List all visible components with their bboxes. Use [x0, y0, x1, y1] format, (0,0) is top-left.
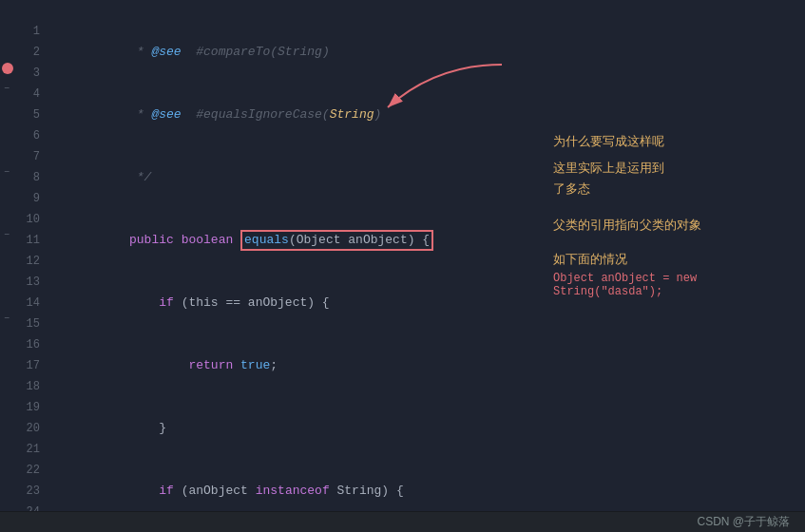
code-line: * @see #equalsIgnoreCase(String): [55, 84, 805, 146]
code-line: if (this == anObject) {: [55, 272, 805, 334]
line-numbers: 1 2 3 4 5 6 7 8 9 10 11 12 13 14 15 16 1…: [17, 0, 46, 532]
branding-label: CSDN @子于鲸落: [697, 514, 790, 530]
fold-marker[interactable]: −: [4, 84, 10, 94]
fold-marker[interactable]: −: [4, 230, 10, 240]
code-line: * @see #compareTo(String): [55, 21, 805, 84]
code-line: [55, 0, 805, 21]
fold-marker[interactable]: −: [4, 167, 10, 178]
bottom-bar: CSDN @子于鲸落: [0, 511, 805, 532]
code-line: return true;: [55, 334, 805, 397]
code-line: */: [55, 146, 805, 209]
code-line: public boolean equals(Object anObject) {: [55, 209, 805, 272]
code-line: }: [55, 397, 805, 460]
code-area[interactable]: * @see #compareTo(String) * @see #equals…: [46, 0, 805, 532]
editor: − − − − 1 2 3 4 5 6 7 8 9 10 11 12 13 14…: [0, 0, 805, 532]
fold-marker[interactable]: −: [4, 314, 10, 324]
